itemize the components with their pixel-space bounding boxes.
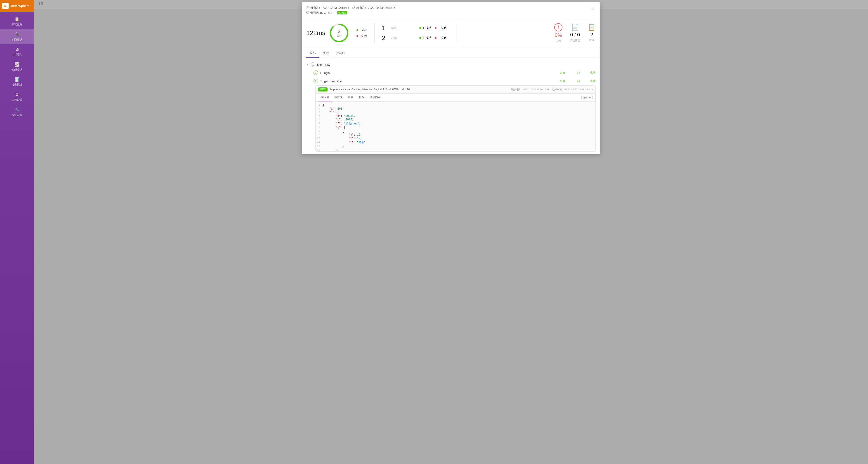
sidebar-item-report[interactable]: 📊 报表统计 <box>0 74 34 90</box>
response-time: 122ms <box>306 29 325 37</box>
assert-rate: 0% <box>555 32 562 38</box>
results-section: ▼ 1 login_flow 1 ▶ login 200 75 成功 <box>302 58 600 154</box>
sidebar-item-report-label: 报表统计 <box>11 83 22 87</box>
sidebar-item-project-label: 项目设置 <box>11 98 22 102</box>
perf-icon: 📈 <box>14 62 20 67</box>
method-badge: GET <box>318 88 328 92</box>
sidebar-item-api-label: 接口测试 <box>11 38 22 41</box>
step-fail-label: 失败 <box>441 36 447 40</box>
assert-ratio-box: 📄 0 / 0 成功断言 <box>569 24 581 42</box>
step-row-1: 1 ▶ login 200 75 成功 <box>306 69 596 77</box>
env-label: 运行环境:RS-OTMS： <box>306 11 336 14</box>
doc-icon: 📄 <box>571 24 579 31</box>
step-label: 步骤 <box>391 36 397 40</box>
stats-section: 122ms 2 请求 <box>302 18 600 48</box>
step-fail-val: 0 <box>438 36 439 40</box>
sidebar-item-trace[interactable]: 📋 测试跟踪 <box>0 14 34 29</box>
json-format-select[interactable]: json ▾ <box>581 95 593 100</box>
step-expand-2[interactable]: ▼ <box>320 80 322 82</box>
code-line: 9 "a": 15, <box>315 133 595 137</box>
list-icon: 📋 <box>588 24 596 31</box>
trace-icon: 📋 <box>14 17 20 22</box>
main-area: 项目 开始时间： 2022-10-23 22:18:14 结束时间： 2022-… <box>34 0 868 464</box>
step-row-2: 2 ▼ get_user_info 200 47 成功 <box>306 77 596 86</box>
request-count: 2 <box>590 32 593 38</box>
modal-overlay: 开始时间： 2022-10-23 22:18:14 结束时间： 2022-10-… <box>34 0 868 464</box>
api-icon: 🔌 <box>14 32 20 37</box>
resp-tab-request[interactable]: 请求内容 <box>367 94 383 101</box>
scene-success-detail: 1 成功 0 失败 <box>419 24 450 32</box>
sidebar-item-api[interactable]: 🔌 接口测试 <box>0 29 34 44</box>
resp-tab-assert[interactable]: 断言 <box>345 94 356 101</box>
logo-icon: M <box>2 3 8 9</box>
request-count-box: 📋 2 请求 <box>588 24 596 42</box>
start-time-value: 2022-10-23 22:18:14 <box>322 6 349 9</box>
scene-success-label: 成功 <box>426 26 432 30</box>
code-line: 10 "b": 12, <box>315 137 595 140</box>
resp-tab-body[interactable]: 响应体 <box>318 94 332 101</box>
success-count: 2成功 <box>360 28 367 32</box>
step-expand-1[interactable]: ▶ <box>320 71 322 74</box>
fail-count: 0失败 <box>360 34 367 38</box>
sidebar-item-system-label: 系统设置 <box>11 113 22 117</box>
request-stats: 2成功 0失败 <box>356 28 367 38</box>
system-icon: 🔧 <box>14 107 20 112</box>
gauge-circle: 2 请求 <box>329 23 349 43</box>
end-time-value: 2022-10-23 22:18:16 <box>368 6 395 9</box>
assert-ratio: 0 / 0 <box>570 32 580 38</box>
step-badge-1: 1 <box>313 70 318 75</box>
assert-ratio-label: 成功断言 <box>569 39 581 42</box>
sidebar-item-ui[interactable]: 🖥 UI 测试 <box>0 44 34 59</box>
sidebar-item-system[interactable]: 🔧 系统设置 <box>0 105 34 120</box>
step-code-2: 200 <box>551 79 565 83</box>
sidebar-item-trace-label: 测试跟踪 <box>11 23 22 26</box>
code-line: 1{ <box>315 103 595 107</box>
right-stats: ! 0% 失败 📄 0 / 0 成功断言 📋 2 请求 <box>554 23 596 43</box>
scenario-collapse-btn[interactable]: ▼ <box>306 63 309 66</box>
step-id-1: 1 <box>315 71 316 74</box>
report-icon: 📊 <box>14 77 20 82</box>
gauge-area: 122ms 2 请求 <box>306 23 349 43</box>
env-info-line: 运行环境:RS-OTMS： rs_env <box>306 11 395 15</box>
modal-header: 开始时间： 2022-10-23 22:18:14 结束时间： 2022-10-… <box>302 2 600 18</box>
logo: M MeterSphere <box>0 0 34 12</box>
code-line: 12 } <box>315 144 595 148</box>
gauge-inner: 2 请求 <box>329 23 349 43</box>
resp-tab-extract[interactable]: 提取 <box>356 94 367 101</box>
code-line: 11 "c": "销售" <box>315 140 595 144</box>
request-end-time: 结束时间：2022-10-23 22:18:16:143 <box>552 88 593 91</box>
sidebar-item-perf[interactable]: 📈 性能测试 <box>0 59 34 74</box>
sidebar-item-ui-label: UI 测试 <box>12 53 21 57</box>
tab-console[interactable]: 控制台 <box>333 49 348 58</box>
modal-info: 开始时间： 2022-10-23 22:18:14 结束时间： 2022-10-… <box>306 6 395 16</box>
assert-label: 失败 <box>556 39 561 43</box>
code-line: 6 "f": "销售chen", <box>315 122 595 126</box>
fail-dot <box>356 35 358 37</box>
scene-fail-dot <box>435 27 436 29</box>
env-badge: rs_env <box>337 11 347 14</box>
scene-success-val: 1 <box>423 26 424 30</box>
code-area[interactable]: 1{2 "a": 200,3 "d": {4 "a": 429381,5 "b"… <box>315 102 595 151</box>
step-count: 2 <box>382 34 389 41</box>
close-button[interactable]: × <box>590 6 596 11</box>
project-icon: ⚙ <box>15 92 19 97</box>
resp-tab-header[interactable]: 响应头 <box>332 94 345 101</box>
step-success-label: 成功 <box>426 36 432 40</box>
scene-label: 场景 <box>391 26 397 30</box>
step-time-1: 75 <box>567 71 580 74</box>
sidebar-item-project[interactable]: ⚙ 项目设置 <box>0 90 34 105</box>
start-time-label: 开始时间： <box>306 6 321 9</box>
tab-fail[interactable]: 失败 <box>319 49 333 58</box>
step-count-row: 2 步骤 <box>382 34 412 41</box>
step-name-2: get_user_info <box>324 79 550 83</box>
code-line: 3 "d": { <box>315 111 595 114</box>
step-success-val: 2 <box>423 36 424 40</box>
success-dot <box>356 29 358 31</box>
request-detail: GET http://××.××.××.××/prod-api/risun/re… <box>315 86 596 152</box>
assert-fail-box: ! 0% 失败 <box>554 23 562 43</box>
code-line: 4 "a": 429381, <box>315 114 595 118</box>
assert-fail-icon: ! <box>554 23 562 31</box>
ui-icon: 🖥 <box>15 47 19 52</box>
sidebar-nav: 📋 测试跟踪 🔌 接口测试 🖥 UI 测试 📈 性能测试 📊 报表统计 ⚙ 项目… <box>0 12 34 464</box>
tab-all[interactable]: 全部 <box>306 49 319 58</box>
